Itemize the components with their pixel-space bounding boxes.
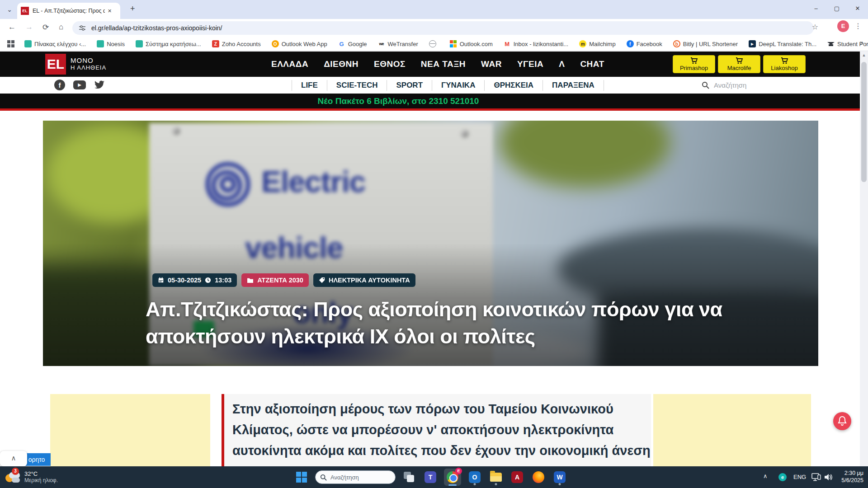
volume-icon[interactable] (824, 473, 833, 481)
tag-badge[interactable]: ΗΛΕΚΤΡΙΚΑ ΑΥΤΟΚΙΝΗΤΑ (313, 273, 415, 287)
nav-chat[interactable]: CHAT (580, 59, 604, 69)
social-links: f ▶ (54, 80, 105, 90)
nav-ellada[interactable]: ΕΛΛΑΔΑ (271, 59, 308, 69)
windows-logo-icon (296, 472, 307, 483)
bookmark-item[interactable]: Noesis (97, 40, 125, 47)
bookmark-label: WeTransfer (388, 41, 418, 47)
window-minimize-button[interactable]: – (806, 0, 826, 19)
bookmark-item[interactable]: Outlook.com (450, 40, 493, 47)
network-icon[interactable] (811, 473, 821, 481)
cart-icon (736, 57, 743, 64)
outlook-webapp-icon: O (272, 40, 279, 47)
scrollbar-thumb[interactable] (861, 62, 867, 182)
announcement-bar[interactable]: Νέο Πακέτο 6 Βιβλίων, στο 2310 521010 (0, 94, 860, 108)
nav-ethnos[interactable]: ΕΘΝΟΣ (374, 59, 406, 69)
scrollbar[interactable]: ▲ (860, 51, 868, 466)
tab-title: EL - Απ.Τζιτζικώστας: Προς αξι (33, 8, 105, 14)
nav-scie-tech[interactable]: SCIE-TECH (327, 80, 387, 91)
bookmark-label: Google (348, 41, 367, 47)
bookmark-label: Πίνακας ελέγχου ‹... (34, 41, 86, 47)
site-logo[interactable]: EL ΜΟΝΟ Η ΑΛΗΘΕΙΑ (45, 54, 106, 75)
taskbar-chrome-icon[interactable]: E (444, 469, 461, 486)
facebook-social-icon[interactable]: f (54, 80, 65, 90)
new-tab-button[interactable]: + (130, 4, 135, 14)
tab-close-icon[interactable]: ✕ (108, 8, 112, 14)
bookmark-item[interactable]: GGoogle (338, 40, 367, 47)
bookmark-item[interactable]: mMailchimp (579, 40, 616, 47)
menu-kebab-icon[interactable]: ⋮ (854, 22, 862, 30)
site-header: EL ΜΟΝΟ Η ΑΛΗΘΕΙΑ ΕΛΛΑΔΑ ΔΙΕΘΝΗ ΕΘΝΟΣ ΝΕ… (0, 52, 860, 77)
nav-lambda[interactable]: Λ (559, 59, 565, 69)
nav-ygeia[interactable]: ΥΓΕΙΑ (517, 59, 543, 69)
scroll-up-arrow-icon[interactable]: ▲ (860, 51, 868, 59)
nav-life[interactable]: LIFE (292, 80, 327, 91)
bookmark-item[interactable]: OOutlook Web App (272, 40, 327, 47)
bookmark-label: Mailchimp (589, 41, 616, 47)
reload-icon[interactable]: ⟳ (42, 23, 49, 32)
forward-icon[interactable]: → (25, 23, 33, 32)
home-icon[interactable]: ⌂ (59, 23, 63, 32)
site-search-input[interactable] (714, 81, 822, 89)
bookmark-item[interactable]: MInbox - lizikonstanti... (504, 40, 568, 47)
site-info-icon[interactable] (79, 24, 86, 32)
site-search[interactable] (702, 79, 833, 91)
taskbar-acrobat-icon[interactable]: A (509, 468, 525, 486)
browser-tab[interactable]: EL EL - Απ.Τζιτζικώστας: Προς αξι ✕ (17, 3, 120, 19)
macrolife-button[interactable]: Macrolife (718, 55, 760, 73)
bookmark-item[interactable]: ZZoho Accounts (212, 40, 261, 47)
bookmarks-bar: Πίνακας ελέγχου ‹... Noesis Σύστημα κρατ… (0, 37, 868, 51)
window-maximize-button[interactable]: ▢ (826, 0, 847, 19)
taskbar-weather-widget[interactable]: 3 32°C Μερική ηλιοφ. (5, 469, 58, 485)
bell-icon (838, 416, 847, 426)
clock[interactable]: 2:30 μμ 5/6/2025 (835, 469, 863, 484)
taskbar-search[interactable]: Αναζήτηση (315, 470, 396, 484)
tray-chevron-up-icon[interactable]: ∧ (763, 473, 768, 479)
article-meta: 05-30-2025 13:03 ΑΤΖΕΝΤΑ 2030 ΗΛΕΚΤΡΙΚΑ … (152, 273, 415, 287)
liakoshop-button[interactable]: Liakoshop (763, 55, 806, 73)
youtube-social-icon[interactable]: ▶ (73, 80, 86, 89)
start-button[interactable] (294, 468, 309, 486)
primashop-button[interactable]: Primashop (673, 55, 715, 73)
nav-gynaika[interactable]: ΓΥΝΑΙΚΑ (432, 80, 485, 91)
task-view-button[interactable] (401, 468, 417, 486)
nav-paraxena[interactable]: ΠΑΡΑΞΕΝΑ (543, 80, 604, 91)
page-title: Απ.Τζιτζικώστας: Προς αξιοποίηση κοινοτι… (146, 296, 722, 350)
profile-avatar[interactable]: E (837, 20, 849, 32)
nav-nea-taxi[interactable]: ΝΕΑ ΤΑΞΗ (421, 59, 466, 69)
window-close-button[interactable]: ✕ (847, 0, 868, 19)
secondary-nav: LIFE SCIE-TECH SPORT ΓΥΝΑΙΚΑ ΘΡΗΣΚΕΙΑ ΠΑ… (292, 77, 604, 94)
taskbar-center: Αναζήτηση T E O A W (294, 466, 567, 488)
nav-sport[interactable]: SPORT (387, 80, 432, 91)
bookmark-item[interactable]: Πίνακας ελέγχου ‹... (24, 40, 86, 47)
eset-tray-icon[interactable]: e (778, 473, 787, 481)
back-to-top-button[interactable]: ∧ (0, 451, 27, 466)
twitter-social-icon[interactable] (94, 80, 105, 90)
taskbar-teams-icon[interactable]: T (423, 468, 438, 486)
bookmark-star-icon[interactable]: ☆ (812, 23, 818, 31)
taskbar-file-explorer-icon[interactable] (488, 468, 504, 486)
notification-bell-button[interactable] (833, 412, 851, 430)
back-icon[interactable]: ← (8, 23, 16, 32)
category-badge[interactable]: ΑΤΖΕΝΤΑ 2030 (241, 273, 309, 287)
nav-thriskeia[interactable]: ΘΡΗΣΚΕΙΑ (485, 80, 543, 91)
bookmark-item[interactable]: Σύστημα κρατήσεω... (136, 40, 201, 47)
chrome-badge: E (455, 468, 462, 474)
apps-grid-icon[interactable] (7, 40, 14, 47)
search-icon (320, 474, 327, 481)
taskbar-word-icon[interactable]: W (552, 468, 567, 486)
nav-diethni[interactable]: ΔΙΕΘΝΗ (324, 59, 359, 69)
bookmark-item[interactable]: weWeTransfer (378, 40, 418, 47)
bookmark-item[interactable]: bBitly | URL Shortener (673, 40, 738, 47)
address-bar[interactable]: el.gr/ellada/ap-tzitzikostas-pros-axiopo… (72, 21, 814, 35)
taskbar-firefox-icon[interactable] (531, 468, 546, 486)
bookmarks-overflow-icon[interactable]: » (860, 39, 863, 46)
bookmark-item[interactable]: fFacebook (627, 40, 662, 47)
teams-icon: T (425, 471, 436, 483)
taskbar-outlook-icon[interactable]: O (467, 468, 482, 486)
language-indicator[interactable]: ENG (793, 474, 806, 480)
nav-war[interactable]: WAR (481, 59, 502, 69)
tab-list-chevron-icon[interactable]: ⌄ (4, 4, 15, 16)
bookmark-item[interactable] (429, 40, 439, 47)
url-text[interactable]: el.gr/ellada/ap-tzitzikostas-pros-axiopo… (91, 24, 222, 32)
bookmark-item[interactable]: ▶DeepL Translate: Th... (749, 40, 816, 47)
